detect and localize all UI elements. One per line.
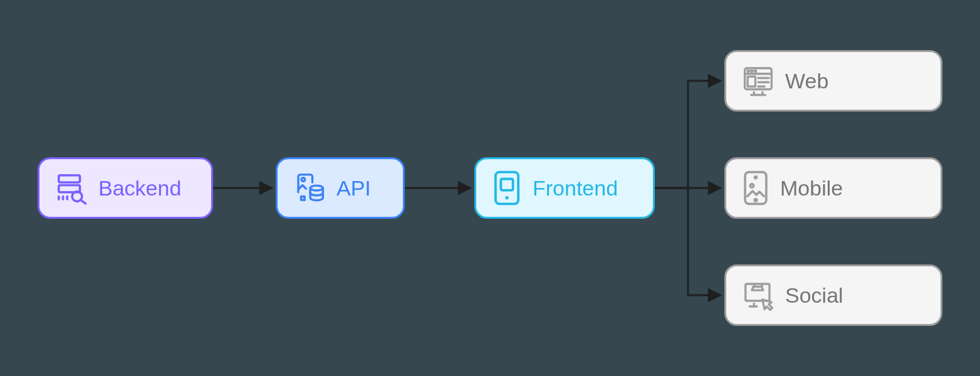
svg-point-7 [301,178,305,182]
svg-rect-10 [501,179,513,191]
image-db-icon [293,171,326,205]
edge-frontend-social [655,188,721,295]
node-web-label: Web [785,70,828,91]
svg-rect-17 [748,76,755,86]
server-search-icon [55,171,88,205]
svg-line-6 [81,200,86,204]
node-frontend-label: Frontend [533,177,618,199]
svg-point-16 [754,70,756,71]
node-mobile: Mobile [724,157,942,219]
shop-click-icon [741,278,775,312]
svg-line-29 [754,285,754,286]
device-icon [491,170,523,206]
node-social: Social [724,264,942,326]
svg-point-26 [750,184,754,188]
svg-point-11 [505,196,508,199]
node-frontend: Frontend [474,157,655,219]
svg-point-27 [754,199,757,202]
svg-point-15 [751,70,753,71]
architecture-diagram: Backend API Frontend [0,0,980,376]
node-backend: Backend [38,157,213,219]
node-mobile-label: Mobile [780,177,843,199]
svg-rect-0 [59,175,80,182]
phone-image-icon [741,170,770,206]
svg-point-8 [310,185,323,191]
node-web: Web [724,50,942,112]
node-backend-label: Backend [98,177,181,199]
svg-point-14 [748,70,749,71]
svg-point-25 [754,177,756,179]
node-api-label: API [336,177,371,199]
browser-layout-icon [741,64,775,98]
svg-line-30 [762,285,763,286]
node-api: API [276,157,405,219]
node-social-label: Social [785,285,843,306]
edge-frontend-web [655,81,721,188]
